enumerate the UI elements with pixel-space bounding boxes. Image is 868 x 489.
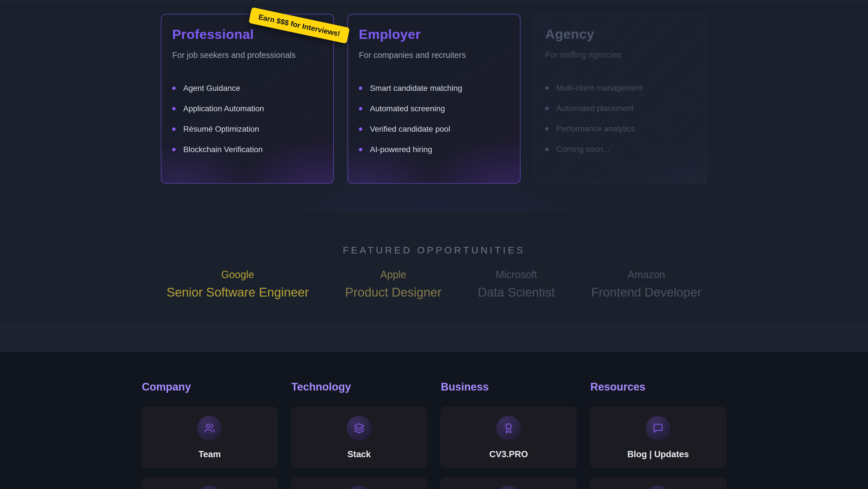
footer-tile-stack[interactable]: Stack: [291, 407, 427, 468]
plan-feature: Automated placement: [545, 98, 696, 119]
plan-feature-label: Coming soon...: [556, 145, 610, 154]
footer-column-business: Business CV3.PRO: [441, 380, 577, 489]
plan-feature: Blockchain Verification: [172, 139, 322, 160]
plans-section: Professional For job seekers and profess…: [0, 0, 868, 211]
footer-column-resources: Resources Blog | Updates: [590, 380, 726, 489]
icon-circle: [347, 486, 372, 489]
footer-column-company: Company Team: [142, 380, 277, 489]
plan-card-professional[interactable]: Professional For job seekers and profess…: [161, 14, 334, 183]
plan-feature-label: Automated placement: [556, 104, 633, 113]
footer: Company Team Technology Stack: [0, 352, 868, 489]
plans-row: Professional For job seekers and profess…: [0, 0, 868, 183]
job-title: Product Designer: [345, 285, 442, 299]
users-icon: [204, 423, 215, 434]
bullet-dot-icon: [172, 127, 176, 131]
featured-job-microsoft: Microsoft Data Scientist: [478, 269, 555, 299]
icon-circle: [197, 416, 222, 441]
plan-feature: Multi-client management: [545, 78, 696, 98]
plan-card-employer[interactable]: Employer For companies and recruiters Sm…: [347, 14, 521, 183]
job-company: Apple: [345, 269, 442, 281]
plan-feature: Verified candidate pool: [359, 119, 509, 139]
plan-feature-label: Application Automation: [183, 104, 264, 113]
featured-job-google: Google Senior Software Engineer: [166, 269, 309, 299]
plan-feature: Application Automation: [172, 98, 322, 119]
footer-tile-partial[interactable]: [291, 477, 427, 489]
plan-feature: Agent Guidance: [172, 78, 322, 98]
plan-feature-label: Smart candidate matching: [370, 84, 462, 93]
footer-tile-label: Team: [198, 449, 221, 459]
plan-feature-label: Résumé Optimization: [183, 124, 259, 134]
plan-subtitle: For companies and recruiters: [359, 51, 509, 60]
bullet-dot-icon: [359, 107, 362, 110]
featured-opportunities-section: FEATURED OPPORTUNITIES Google Senior Sof…: [0, 211, 868, 325]
footer-tile-partial[interactable]: [441, 477, 577, 489]
plan-feature-list: Smart candidate matching Automated scree…: [359, 78, 509, 160]
plan-feature: Coming soon...: [545, 139, 696, 160]
plan-feature-label: Blockchain Verification: [183, 145, 263, 154]
bullet-dot-icon: [545, 148, 549, 151]
featured-jobs-row: Google Senior Software Engineer Apple Pr…: [0, 269, 868, 299]
plan-feature-label: Verified candidate pool: [370, 124, 450, 134]
chat-bubble-icon: [653, 423, 663, 434]
footer-column-heading: Technology: [291, 380, 427, 393]
job-company: Google: [166, 269, 309, 281]
icon-circle: [197, 486, 222, 489]
footer-tile-label: Stack: [347, 449, 371, 459]
plan-feature-label: Multi-client management: [556, 83, 643, 92]
plan-feature-label: Performance analytics: [556, 124, 635, 134]
bullet-dot-icon: [545, 127, 549, 131]
footer-tile-blog-updates[interactable]: Blog | Updates: [590, 407, 726, 468]
job-title: Senior Software Engineer: [166, 285, 309, 299]
footer-tile-label: CV3.PRO: [489, 449, 528, 459]
award-icon: [503, 423, 514, 434]
plan-feature: Automated screening: [359, 98, 509, 119]
plan-feature-label: Automated screening: [370, 104, 445, 113]
bullet-dot-icon: [359, 148, 362, 151]
icon-circle: [646, 486, 671, 489]
job-title: Frontend Developer: [591, 285, 702, 299]
featured-job-apple: Apple Product Designer: [345, 269, 442, 299]
footer-column-heading: Resources: [590, 380, 726, 393]
section-spacer-band: [0, 325, 868, 352]
plan-feature-list: Agent Guidance Application Automation Ré…: [172, 78, 322, 160]
plan-feature: Performance analytics: [545, 119, 696, 139]
icon-circle: [347, 416, 372, 441]
page: Professional For job seekers and profess…: [0, 0, 868, 489]
bullet-dot-icon: [545, 86, 549, 90]
bullet-dot-icon: [359, 127, 362, 131]
bullet-dot-icon: [172, 107, 176, 110]
icon-circle: [646, 416, 671, 441]
plan-card-agency: Agency For staffing agencies Multi-clien…: [534, 14, 707, 183]
plan-feature: AI-powered hiring: [359, 139, 509, 160]
plan-feature: Résumé Optimization: [172, 119, 322, 139]
bullet-dot-icon: [545, 107, 549, 110]
plan-feature-label: Agent Guidance: [183, 84, 240, 93]
plan-subtitle: For staffing agencies: [545, 50, 696, 60]
featured-job-amazon: Amazon Frontend Developer: [591, 269, 702, 299]
footer-column-technology: Technology Stack: [291, 380, 427, 489]
job-company: Amazon: [591, 269, 702, 281]
bullet-dot-icon: [172, 87, 176, 90]
plan-feature-list: Multi-client management Automated placem…: [545, 78, 696, 160]
plan-feature: Smart candidate matching: [359, 78, 509, 98]
footer-column-heading: Company: [142, 380, 277, 393]
footer-tile-partial[interactable]: [590, 477, 726, 489]
footer-column-heading: Business: [441, 380, 577, 393]
job-company: Microsoft: [478, 269, 555, 281]
plan-title: Employer: [359, 26, 509, 42]
footer-tile-team[interactable]: Team: [142, 407, 277, 468]
footer-columns: Company Team Technology Stack: [142, 380, 726, 489]
plan-subtitle: For job seekers and professionals: [172, 51, 322, 60]
layers-icon: [354, 423, 365, 434]
plan-title: Agency: [545, 26, 696, 42]
footer-tile-partial[interactable]: [142, 477, 277, 489]
plan-feature-label: AI-powered hiring: [370, 145, 432, 154]
bullet-dot-icon: [172, 148, 176, 151]
icon-circle: [496, 486, 521, 489]
icon-circle: [496, 416, 521, 441]
footer-tile-cv3pro[interactable]: CV3.PRO: [441, 407, 577, 468]
job-title: Data Scientist: [478, 285, 555, 299]
featured-heading: FEATURED OPPORTUNITIES: [0, 244, 868, 256]
footer-tile-label: Blog | Updates: [627, 449, 689, 459]
bullet-dot-icon: [359, 87, 362, 90]
